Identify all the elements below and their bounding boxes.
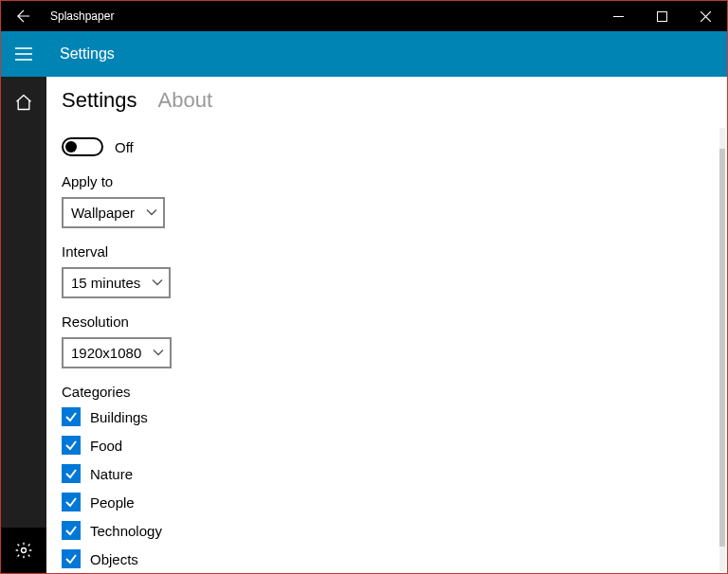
tab-settings[interactable]: Settings xyxy=(62,88,137,113)
window-title: Splashpaper xyxy=(46,9,596,23)
category-checkbox[interactable] xyxy=(62,464,81,483)
tab-strip: Settings About xyxy=(46,84,712,120)
category-label: Buildings xyxy=(90,409,148,425)
app-bar: Settings xyxy=(1,31,727,77)
category-checkbox[interactable] xyxy=(62,493,81,511)
category-label: People xyxy=(90,494,135,511)
hamburger-button[interactable] xyxy=(1,31,46,77)
category-row: Buildings xyxy=(62,407,712,426)
scrollbar[interactable] xyxy=(712,77,727,573)
titlebar: Splashpaper xyxy=(1,1,727,31)
category-label: Objects xyxy=(90,551,138,567)
interval-value: 15 minutes xyxy=(71,275,140,291)
apply-to-label: Apply to xyxy=(62,173,712,189)
chevron-down-icon xyxy=(146,205,157,221)
minimize-button[interactable] xyxy=(596,1,640,31)
settings-nav-button[interactable] xyxy=(1,528,46,573)
category-label: Technology xyxy=(90,523,162,539)
back-button[interactable] xyxy=(1,1,46,31)
category-row: People xyxy=(62,493,712,511)
svg-point-5 xyxy=(22,548,27,553)
resolution-value: 1920x1080 xyxy=(71,345,141,361)
tab-about[interactable]: About xyxy=(158,88,213,113)
interval-label: Interval xyxy=(62,243,712,260)
home-button[interactable] xyxy=(1,82,46,122)
close-button[interactable] xyxy=(683,1,727,31)
category-label: Food xyxy=(90,438,122,454)
nav-rail xyxy=(1,77,46,573)
category-checkbox[interactable] xyxy=(62,521,81,540)
category-checkbox[interactable] xyxy=(62,549,81,568)
chevron-down-icon xyxy=(152,275,163,291)
apply-to-value: Wallpaper xyxy=(71,205,135,221)
interval-select[interactable]: 15 minutes xyxy=(62,267,171,298)
categories-label: Categories xyxy=(62,384,712,400)
resolution-label: Resolution xyxy=(62,314,712,330)
category-checkbox[interactable] xyxy=(62,407,81,426)
apply-to-select[interactable]: Wallpaper xyxy=(62,197,165,228)
content-pane: Settings About Use mobile data Off Apply… xyxy=(46,77,712,573)
resolution-select[interactable]: 1920x1080 xyxy=(62,337,172,368)
toggle-state-label: Off xyxy=(115,139,134,155)
appbar-title: Settings xyxy=(46,45,115,63)
svg-rect-1 xyxy=(657,11,666,21)
category-row: Nature xyxy=(62,464,712,483)
category-row: Objects xyxy=(62,549,712,568)
category-label: Nature xyxy=(90,466,133,482)
category-checkbox[interactable] xyxy=(62,436,81,455)
mobile-data-toggle[interactable] xyxy=(62,137,103,156)
category-row: Technology xyxy=(62,521,712,540)
maximize-button[interactable] xyxy=(640,1,683,31)
scrollbar-thumb[interactable] xyxy=(719,149,725,547)
category-row: Food xyxy=(62,436,712,455)
chevron-down-icon xyxy=(153,345,164,361)
